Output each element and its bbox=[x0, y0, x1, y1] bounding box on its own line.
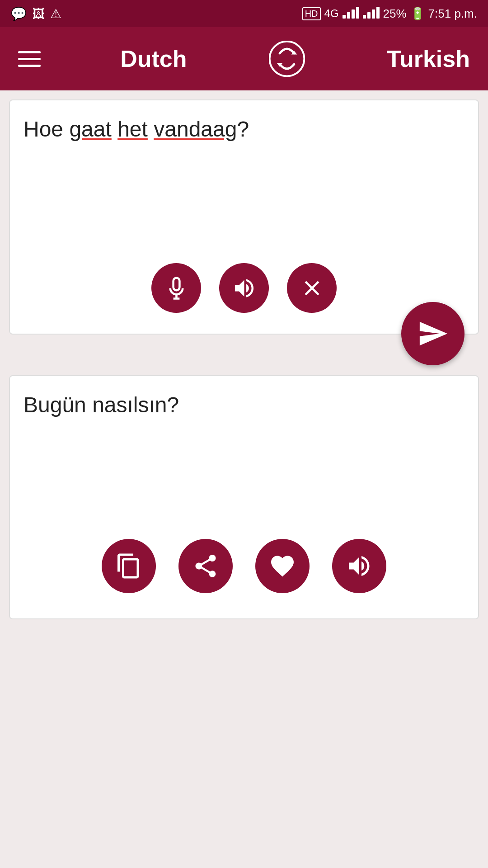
translate-button[interactable] bbox=[401, 302, 465, 365]
word-gaat: gaat bbox=[69, 117, 111, 141]
main-content: Hoe gaat het vandaag? bbox=[0, 99, 488, 619]
word-het: het bbox=[117, 117, 148, 141]
speaker-button-source[interactable] bbox=[219, 263, 269, 313]
target-language-label[interactable]: Turkish bbox=[387, 45, 470, 72]
svg-point-0 bbox=[269, 42, 304, 76]
speaker-button-output[interactable] bbox=[332, 539, 386, 593]
share-button[interactable] bbox=[178, 539, 233, 593]
app-header: Dutch Turkish bbox=[0, 27, 488, 90]
network-type: 4G bbox=[324, 7, 339, 20]
source-controls bbox=[23, 263, 465, 313]
favorite-button[interactable] bbox=[255, 539, 310, 593]
status-bar: 💬 🖼 ⚠ HD 4G 25% 🔋 7:51 bbox=[0, 0, 488, 27]
output-panel: Bugün nasılsın? bbox=[9, 375, 479, 619]
battery-percent: 25% bbox=[383, 7, 407, 21]
source-text[interactable]: Hoe gaat het vandaag? bbox=[23, 114, 465, 250]
output-controls bbox=[23, 539, 465, 593]
status-icons-right: HD 4G 25% 🔋 7:51 p.m. bbox=[302, 6, 477, 22]
word-vandaag: vandaag bbox=[154, 117, 237, 141]
battery-icon: 🔋 bbox=[410, 7, 425, 21]
copy-button[interactable] bbox=[102, 539, 156, 593]
swap-languages-button[interactable] bbox=[267, 38, 307, 79]
gallery-icon: 🖼 bbox=[32, 6, 45, 21]
source-language-label[interactable]: Dutch bbox=[120, 45, 187, 72]
whatsapp-icon: 💬 bbox=[11, 6, 27, 21]
microphone-button[interactable] bbox=[151, 263, 201, 313]
source-panel[interactable]: Hoe gaat het vandaag? bbox=[9, 99, 479, 335]
alert-icon: ⚠ bbox=[50, 6, 61, 21]
hd-badge: HD bbox=[302, 7, 321, 20]
clear-button[interactable] bbox=[287, 263, 337, 313]
menu-button[interactable] bbox=[18, 51, 41, 67]
signal-icon bbox=[343, 6, 359, 22]
signal-icon-2 bbox=[363, 6, 380, 22]
clock: 7:51 p.m. bbox=[428, 7, 477, 21]
translated-text: Bugün nasılsın? bbox=[23, 390, 465, 525]
status-icons-left: 💬 🖼 ⚠ bbox=[11, 6, 61, 21]
